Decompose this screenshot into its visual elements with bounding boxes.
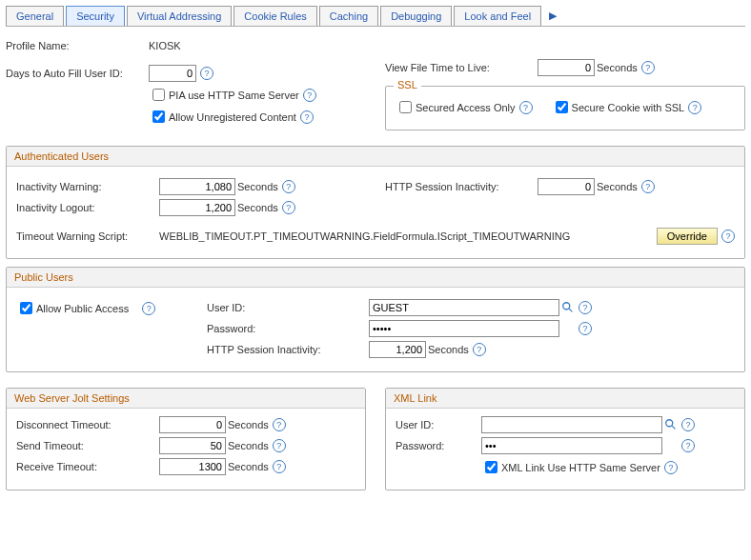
- disconnect-label: Disconnect Timeout:: [16, 419, 159, 430]
- svg-point-0: [563, 303, 570, 310]
- help-icon[interactable]: ?: [519, 101, 533, 114]
- timeout-script-label: Timeout Warning Script:: [16, 230, 159, 242]
- public-users-title: Public Users: [7, 268, 744, 288]
- help-icon[interactable]: ?: [664, 461, 678, 474]
- tab-cookie-rules[interactable]: Cookie Rules: [233, 6, 316, 26]
- svg-point-2: [666, 420, 673, 427]
- ssl-section-title: SSL: [394, 79, 421, 90]
- send-input[interactable]: [159, 437, 226, 454]
- seconds-unit: Seconds: [228, 419, 269, 430]
- help-icon[interactable]: ?: [688, 101, 701, 114]
- seconds-unit: Seconds: [597, 181, 638, 192]
- days-autofill-label: Days to Auto Fill User ID:: [6, 68, 149, 79]
- help-icon[interactable]: ?: [273, 460, 286, 473]
- receive-input[interactable]: [159, 458, 226, 475]
- inact-warn-input[interactable]: [159, 178, 235, 195]
- pub-password-label: Password:: [207, 323, 369, 334]
- help-icon[interactable]: ?: [681, 418, 695, 431]
- lookup-icon[interactable]: [664, 418, 678, 431]
- tab-security[interactable]: Security: [66, 6, 125, 26]
- tab-debugging[interactable]: Debugging: [380, 6, 452, 26]
- pia-same-server-checkbox[interactable]: [152, 89, 165, 101]
- secured-access-label: Secured Access Only: [416, 102, 516, 113]
- tab-scroll-right-icon[interactable]: ▶: [543, 6, 562, 26]
- help-icon[interactable]: ?: [578, 322, 592, 335]
- tab-bar: General Security Virtual Addressing Cook…: [6, 6, 745, 27]
- seconds-unit: Seconds: [237, 181, 278, 192]
- view-file-ttl-input[interactable]: [538, 59, 595, 76]
- profile-name-label: Profile Name:: [6, 40, 149, 51]
- xml-password-label: Password:: [396, 440, 481, 451]
- seconds-unit: Seconds: [428, 344, 469, 355]
- send-label: Send Timeout:: [16, 440, 159, 451]
- help-icon[interactable]: ?: [282, 201, 295, 214]
- timeout-script-value: WEBLIB_TIMEOUT.PT_TIMEOUTWARNING.FieldFo…: [159, 230, 657, 242]
- help-icon[interactable]: ?: [641, 61, 655, 74]
- help-icon[interactable]: ?: [578, 301, 592, 314]
- profile-name-value: KIOSK: [149, 40, 181, 51]
- allow-public-checkbox[interactable]: [20, 302, 32, 314]
- http-inact-input[interactable]: [538, 178, 595, 195]
- seconds-unit: Seconds: [228, 440, 269, 451]
- xml-same-server-checkbox[interactable]: [485, 461, 497, 473]
- help-icon[interactable]: ?: [473, 343, 486, 356]
- xml-password-input[interactable]: [481, 437, 662, 454]
- tab-general[interactable]: General: [6, 6, 64, 26]
- inact-warn-label: Inactivity Warning:: [16, 181, 159, 192]
- allow-unreg-checkbox[interactable]: [152, 110, 165, 123]
- xml-same-server-label: XML Link Use HTTP Same Server: [501, 462, 660, 473]
- lookup-icon[interactable]: [561, 301, 575, 314]
- pub-http-inact-input[interactable]: [369, 341, 426, 358]
- help-icon[interactable]: ?: [681, 439, 695, 452]
- pia-same-server-label: PIA use HTTP Same Server: [169, 90, 299, 101]
- inact-logout-label: Inactivity Logout:: [16, 202, 159, 213]
- allow-unreg-label: Allow Unregistered Content: [169, 111, 296, 123]
- help-icon[interactable]: ?: [142, 302, 155, 315]
- receive-label: Receive Timeout:: [16, 461, 159, 472]
- days-autofill-input[interactable]: [149, 65, 196, 82]
- allow-public-label: Allow Public Access: [36, 303, 129, 314]
- inact-logout-input[interactable]: [159, 199, 235, 216]
- jolt-title: Web Server Jolt Settings: [7, 389, 365, 409]
- override-button[interactable]: Override: [657, 228, 718, 245]
- seconds-unit: Seconds: [237, 202, 278, 213]
- tab-look-and-feel[interactable]: Look and Feel: [454, 6, 541, 26]
- xml-userid-input[interactable]: [481, 416, 662, 433]
- seconds-unit: Seconds: [597, 62, 638, 73]
- xml-title: XML Link: [386, 389, 744, 409]
- xml-userid-label: User ID:: [396, 419, 481, 430]
- secure-cookie-checkbox[interactable]: [556, 101, 568, 113]
- help-icon[interactable]: ?: [303, 89, 316, 102]
- help-icon[interactable]: ?: [721, 230, 735, 243]
- svg-line-1: [569, 309, 573, 312]
- help-icon[interactable]: ?: [282, 180, 295, 193]
- pub-password-input[interactable]: [369, 320, 559, 337]
- help-icon[interactable]: ?: [641, 180, 655, 193]
- pub-userid-label: User ID:: [207, 302, 369, 313]
- http-inact-label: HTTP Session Inactivity:: [385, 181, 538, 192]
- help-icon[interactable]: ?: [300, 110, 314, 124]
- seconds-unit: Seconds: [228, 461, 269, 472]
- secured-access-checkbox[interactable]: [399, 101, 412, 113]
- pub-userid-input[interactable]: [369, 299, 559, 316]
- pub-http-inact-label: HTTP Session Inactivity:: [207, 344, 369, 355]
- tab-virtual-addressing[interactable]: Virtual Addressing: [127, 6, 232, 26]
- help-icon[interactable]: ?: [273, 439, 286, 452]
- help-icon[interactable]: ?: [200, 67, 213, 80]
- secure-cookie-label: Secure Cookie with SSL: [572, 102, 685, 113]
- auth-users-title: Authenticated Users: [7, 147, 744, 167]
- help-icon[interactable]: ?: [273, 418, 286, 431]
- svg-line-3: [672, 426, 676, 430]
- view-file-ttl-label: View File Time to Live:: [385, 62, 538, 73]
- disconnect-input[interactable]: [159, 416, 226, 433]
- tab-caching[interactable]: Caching: [319, 6, 378, 26]
